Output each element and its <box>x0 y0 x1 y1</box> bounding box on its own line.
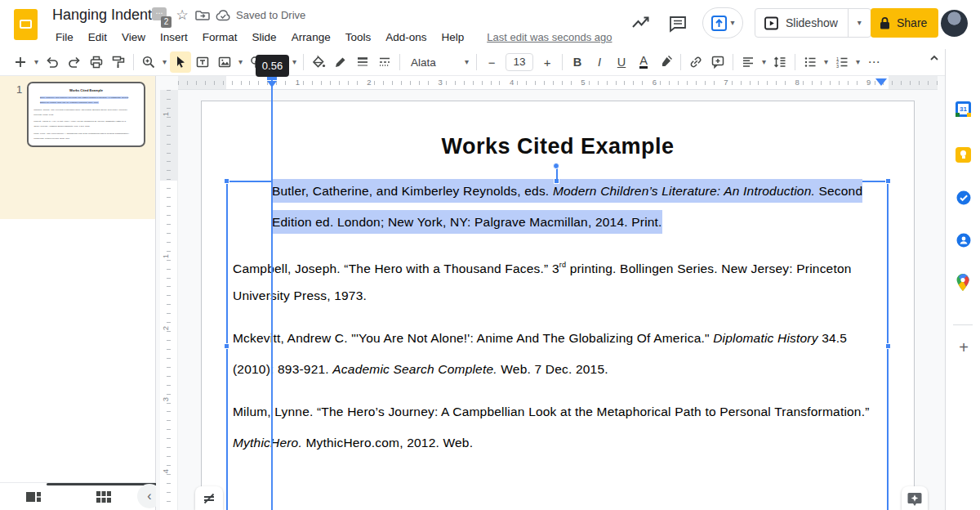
add-comment-button[interactable] <box>707 51 728 73</box>
insert-line-caret[interactable]: ▾ <box>290 58 299 66</box>
redo-button[interactable] <box>64 51 85 73</box>
keep-icon[interactable] <box>956 147 971 163</box>
align-caret[interactable]: ▾ <box>760 58 768 66</box>
decrease-font-size-button[interactable]: − <box>481 51 502 73</box>
bold-button[interactable]: B <box>567 51 588 73</box>
thumbnail-line: MythicHero. MythicHero.com, 2012. Web. <box>33 137 69 140</box>
right-indent-marker[interactable] <box>875 78 887 86</box>
slideshow-main[interactable]: Slideshow <box>755 9 848 37</box>
tasks-icon[interactable] <box>956 190 972 206</box>
line-spacing-button[interactable] <box>769 51 791 73</box>
paint-format-button[interactable] <box>108 51 129 73</box>
align-button[interactable] <box>737 51 759 73</box>
insert-link-button[interactable] <box>685 51 706 73</box>
last-edit-link[interactable]: Last edit was seconds ago <box>487 31 612 43</box>
contacts-icon[interactable] <box>956 232 972 248</box>
numbered-list-caret[interactable]: ▾ <box>853 58 862 66</box>
increase-font-size-button[interactable]: + <box>537 51 558 73</box>
citation-line[interactable]: (2010): 893-921. Academic Search Complet… <box>233 357 608 382</box>
font-family-select[interactable]: Alata ▾ <box>404 56 472 69</box>
present-button[interactable]: ▾ <box>702 7 743 38</box>
citation-line[interactable]: Butler, Catherine, and Kimberley Reynold… <box>272 179 862 204</box>
font-size-input[interactable]: 13 <box>506 53 533 71</box>
print-button[interactable] <box>86 51 107 73</box>
menu-view[interactable]: View <box>115 29 152 46</box>
collapse-toolbar-button[interactable] <box>928 51 941 65</box>
menu-edit[interactable]: Edit <box>82 29 114 46</box>
zoom-caret[interactable]: ▾ <box>160 58 169 66</box>
citation-line[interactable]: MythicHero. MythicHero.com, 2012. Web. <box>233 431 473 455</box>
grid-view-button[interactable] <box>96 490 112 503</box>
border-color-button[interactable] <box>330 51 351 73</box>
select-tool-button[interactable] <box>170 51 191 73</box>
maps-icon[interactable] <box>956 273 970 293</box>
vertical-ruler[interactable]: 11234 <box>160 90 178 510</box>
citation-line[interactable]: Edition ed. London; New York, NY: Palgra… <box>272 210 662 235</box>
handle-middle-right[interactable] <box>885 343 891 349</box>
document-title[interactable]: Hanging Indents <box>52 7 159 24</box>
menu-insert[interactable]: Insert <box>154 29 194 46</box>
filmstrip-scrollbar[interactable] <box>47 483 158 485</box>
explore-button[interactable] <box>902 486 928 510</box>
menu-slide[interactable]: Slide <box>246 29 283 46</box>
underline-button[interactable]: U <box>611 51 632 73</box>
hanging-indent-toggle-button[interactable] <box>195 486 223 510</box>
numbered-list-button[interactable]: 123 <box>831 51 853 73</box>
handle-top-right[interactable] <box>885 178 891 184</box>
slide-thumbnail[interactable]: Works Cited Example Butler, Catherine, a… <box>27 82 145 147</box>
more-options-button[interactable]: ⋯ <box>863 51 884 73</box>
handle-top-left[interactable] <box>224 178 229 184</box>
citation-line[interactable]: University Press, 1973. <box>233 284 367 308</box>
activity-icon[interactable] <box>630 13 652 33</box>
border-dash-button[interactable] <box>374 51 395 73</box>
menu-file[interactable]: File <box>49 29 80 46</box>
citation-italic-segment: MythicHero. <box>233 436 302 450</box>
move-folder-icon[interactable] <box>194 8 211 23</box>
text-box-button[interactable] <box>192 51 213 73</box>
slideshow-button[interactable]: Slideshow ▾ <box>755 8 871 38</box>
slideshow-caret[interactable]: ▾ <box>848 9 871 37</box>
calendar-icon[interactable]: 31 <box>956 101 971 117</box>
filmstrip-view-button[interactable] <box>24 489 42 505</box>
share-button[interactable]: Share <box>871 8 938 38</box>
zoom-button[interactable] <box>138 51 159 73</box>
present-arrow-icon <box>710 15 728 32</box>
new-slide-caret[interactable]: ▾ <box>32 58 41 66</box>
add-addon-button[interactable]: + <box>954 338 973 357</box>
saved-status[interactable]: Saved to Drive <box>216 9 305 21</box>
undo-button[interactable] <box>42 51 63 73</box>
menu-help[interactable]: Help <box>434 29 470 46</box>
highlight-color-button[interactable] <box>655 51 676 73</box>
italic-button[interactable]: I <box>589 51 610 73</box>
citation-line[interactable]: Mckevitt, Andrew C. "'You Are Not Alone!… <box>233 326 847 351</box>
citation-segment: Web. 7 Dec. 2015. <box>497 362 608 376</box>
menu-bar: FileEditViewInsertFormatSlideArrangeTool… <box>49 27 612 47</box>
citation-line[interactable]: Campbell, Joseph. “The Hero with a Thous… <box>233 253 852 277</box>
bulleted-list-caret[interactable]: ▾ <box>822 58 831 66</box>
horizontal-ruler[interactable]: 123456789 <box>178 76 938 90</box>
comment-history-icon[interactable] <box>668 14 688 34</box>
ruler-number-v: 4 <box>161 469 170 473</box>
rotation-handle[interactable] <box>553 163 559 169</box>
insert-image-button[interactable] <box>214 51 235 73</box>
account-avatar[interactable] <box>941 10 968 37</box>
fill-color-button[interactable] <box>308 51 329 73</box>
text-color-button[interactable]: A <box>633 51 654 73</box>
text-color-letter: A <box>639 56 648 69</box>
star-icon[interactable]: ☆ <box>172 6 192 25</box>
citation-italic-segment: Modern Children’s Literature: An Introdu… <box>553 184 815 198</box>
slide-title[interactable]: Works Cited Example <box>201 134 915 159</box>
menu-arrange[interactable]: Arrange <box>285 29 337 46</box>
menu-add-ons[interactable]: Add-ons <box>379 29 433 46</box>
first-line-indent-marker[interactable] <box>267 77 277 80</box>
citation-line[interactable]: Milum, Lynne. “The Hero’s Journey: A Cam… <box>233 400 870 424</box>
border-weight-button[interactable] <box>352 51 373 73</box>
left-indent-marker[interactable] <box>267 81 277 87</box>
menu-format[interactable]: Format <box>196 29 244 46</box>
handle-middle-left[interactable] <box>224 343 229 349</box>
menu-tools[interactable]: Tools <box>339 29 378 46</box>
bulleted-list-button[interactable] <box>800 51 821 73</box>
insert-image-caret[interactable]: ▾ <box>236 58 245 66</box>
new-slide-button[interactable] <box>10 51 31 73</box>
slides-logo-icon[interactable] <box>14 9 38 40</box>
